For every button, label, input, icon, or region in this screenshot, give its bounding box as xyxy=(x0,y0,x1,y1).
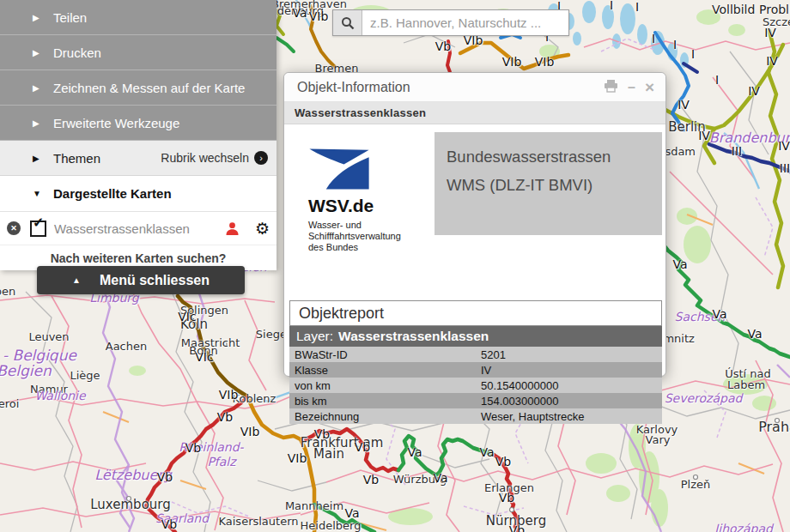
dialog-header: Objekt-Information – × xyxy=(284,73,665,102)
map-label-cls: IV xyxy=(764,26,776,39)
map-label-cls: I xyxy=(715,73,719,87)
field-key: von km xyxy=(289,379,476,392)
map-label-cls: III xyxy=(780,161,790,175)
map-label-cls: III xyxy=(732,144,742,158)
map-label-cls: Vb xyxy=(157,470,173,484)
layer-band-name: Wasserstrassenklassen xyxy=(338,329,489,344)
field-value: 50.1540000000 xyxy=(476,379,662,392)
table-row: BWaStr-ID5201 xyxy=(289,347,662,362)
map-label-cls: IV xyxy=(698,129,710,142)
map-label-cls: Va xyxy=(479,445,494,459)
fullscreen-link[interactable]: Vollbild xyxy=(712,3,755,16)
sidebar-item-label: Erweiterte Werkzeuge xyxy=(53,116,179,130)
chevron-up-icon: ▲ xyxy=(72,275,81,285)
sidebar-item-teilen[interactable]: ▶Teilen xyxy=(0,0,276,35)
check-icon: ✓ xyxy=(33,215,44,231)
map-label-city: Kaiserslautern xyxy=(218,515,298,528)
map-label-cls: VIc xyxy=(195,350,213,364)
map-label-cls: VIb xyxy=(288,451,307,465)
object-report-box: Objektreport xyxy=(289,300,662,326)
map-label-city: Main xyxy=(313,446,344,462)
map-label-region: Severozápad xyxy=(665,391,743,405)
wsv-logo: WSV.de Wasser- und Schifffahrtsverwaltun… xyxy=(308,148,433,253)
object-info-dialog: Objekt-Information – × Wasserstrassenkla… xyxy=(283,72,666,377)
map-label-cls: IV xyxy=(678,98,690,112)
table-row: BezeichnungWeser, Hauptstrecke xyxy=(289,408,662,424)
map-label-cls: VIb xyxy=(502,55,522,69)
sidebar-item-themen[interactable]: ▶ Themen Rubrik wechseln › xyxy=(0,141,276,176)
field-value: Weser, Hauptstrecke xyxy=(476,410,662,423)
dialog-title: Objekt-Information xyxy=(297,80,604,95)
map-label-cls: I xyxy=(635,0,639,14)
map-label-cls: Vb xyxy=(217,410,233,424)
search-icon[interactable] xyxy=(333,10,362,35)
print-icon[interactable] xyxy=(604,80,618,95)
dialog-subtitle: Wasserstrassenklassen xyxy=(295,106,426,119)
map-label-cls: I xyxy=(652,32,655,45)
map-label-cls: Vb xyxy=(314,427,330,441)
map-label-cls: Va xyxy=(712,307,726,321)
map-label-cls: VIb xyxy=(240,425,260,438)
sidebar-menu: ▶Teilen▶Drucken▶Zeichnen & Messen auf de… xyxy=(0,0,276,141)
displayed-maps-header[interactable]: ▼ Dargestellte Karten xyxy=(0,176,276,212)
field-key: Bezeichnung xyxy=(289,410,476,423)
map-label-city: pen xyxy=(0,285,15,298)
gear-icon[interactable]: ⚙ xyxy=(255,221,270,237)
field-key: Klasse xyxy=(289,364,476,377)
chevron-right-icon: ▶ xyxy=(33,154,53,163)
map-label-cls: Vb xyxy=(495,455,511,469)
sidebar-item-zeichnen-messen-auf-der-karte[interactable]: ▶Zeichnen & Messen auf der Karte xyxy=(0,70,276,106)
app-window: BremerhavenldenburgBremenBerlinPotsdamSz… xyxy=(0,0,790,532)
sidebar-item-drucken[interactable]: ▶Drucken xyxy=(0,35,276,70)
layer-band: Layer: Wasserstrassenklassen xyxy=(289,326,662,347)
map-label-cls: Vb xyxy=(435,39,451,53)
map-label-city: Leuven xyxy=(28,330,69,343)
chevron-right-icon: ▶ xyxy=(33,48,53,57)
circle-arrow-icon[interactable]: › xyxy=(254,151,268,165)
map-label-cls: IV xyxy=(766,54,778,68)
user-icon[interactable] xyxy=(225,221,240,236)
layer-checkbox[interactable]: ✓ xyxy=(30,221,46,237)
field-value: IV xyxy=(476,364,662,377)
map-label-cls: VIc xyxy=(178,310,196,323)
object-report-title: Objektreport xyxy=(299,305,384,323)
layer-name: Wasserstrassenklassen xyxy=(54,221,225,236)
table-row: von km50.1540000000 xyxy=(289,378,662,393)
sidebar-item-erweiterte-werkzeuge[interactable]: ▶Erweiterte Werkzeuge xyxy=(0,106,276,141)
themen-label: Themen xyxy=(53,151,161,166)
map-label-cls: VIb xyxy=(219,388,239,402)
rubrik-wechseln-link[interactable]: Rubrik wechseln xyxy=(161,151,249,165)
table-row: bis km154.003000000 xyxy=(289,393,662,408)
sidebar-item-label: Drucken xyxy=(53,45,101,60)
search-input[interactable] xyxy=(362,10,568,35)
map-label-cls: Va xyxy=(407,445,422,459)
close-icon[interactable]: × xyxy=(645,79,654,95)
map-label-city: eroi xyxy=(0,397,19,410)
sidebar-item-label: Zeichnen & Messen auf der Karte xyxy=(53,81,245,95)
wms-title-box: Bundeswasserstrassen WMS (DLZ-IT BMVI) xyxy=(434,132,662,235)
minimize-icon[interactable]: – xyxy=(628,81,635,94)
remove-layer-icon[interactable]: ✕ xyxy=(7,221,21,235)
map-label-city: Mannheim xyxy=(285,499,343,512)
wsv-subtitle: Wasser- und Schifffahrtsverwaltung des B… xyxy=(308,220,433,253)
map-label-cls: Vb xyxy=(499,491,514,505)
map-label-cls: VIb xyxy=(309,9,329,23)
map-label-cls: Va xyxy=(433,471,447,485)
displayed-maps-title: Dargestellte Karten xyxy=(53,186,172,201)
map-label-cls: IV xyxy=(748,84,760,98)
map-label-region: e - Belgique xyxy=(0,347,76,364)
map-label-cls: I xyxy=(610,0,613,12)
map-label-cls: Va xyxy=(292,6,307,20)
map-label-cls: Vb xyxy=(161,517,177,531)
close-menu-label: Menü schliessen xyxy=(100,273,210,288)
map-label-cls: Va xyxy=(747,327,762,341)
map-label-cls: I xyxy=(673,38,677,51)
search-bar xyxy=(332,9,569,36)
cut-link[interactable]: Probl xyxy=(759,3,789,16)
wsv-brand: WSV.de xyxy=(308,196,433,216)
map-label-city: Liège xyxy=(70,369,100,382)
table-row: KlasseIV xyxy=(289,362,662,378)
map-label-cls: Va xyxy=(672,257,687,271)
close-menu-button[interactable]: ▲ Menü schliessen xyxy=(37,266,245,294)
map-label-city: Praha xyxy=(758,419,790,435)
